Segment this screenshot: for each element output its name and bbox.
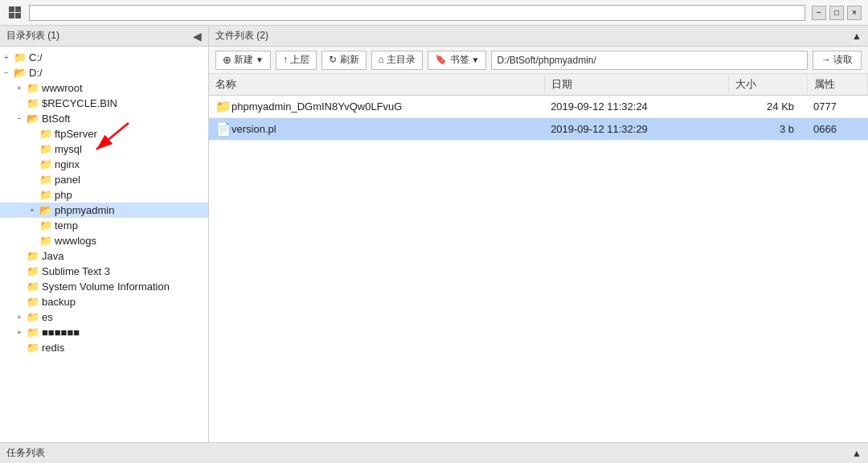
new-button[interactable]: ⊕ 新建 ▼ xyxy=(215,51,271,70)
col-name[interactable]: 名称 xyxy=(209,74,544,96)
bookmark-button[interactable]: 🔖 书签 ▼ xyxy=(428,51,486,70)
tree-item[interactable]: + 📁 wwwroot xyxy=(0,80,208,96)
file-name: version.pl xyxy=(231,123,276,135)
folder-icon: 📂 xyxy=(13,67,27,79)
tree-label: BtSoft xyxy=(42,113,70,125)
tree-item[interactable]: + 📂 phpmyadmin xyxy=(0,203,208,218)
right-panel-collapse[interactable]: ▲ xyxy=(852,31,862,42)
tree-label: mysql xyxy=(55,143,82,155)
folder-icon: 📁 xyxy=(39,219,53,232)
folder-icon: 📁 xyxy=(13,51,27,64)
tree-label: $RECYCLE.BIN xyxy=(42,97,117,109)
title-input[interactable] xyxy=(29,5,805,21)
task-bar-title-area: 任务列表 xyxy=(6,446,45,460)
tree-item[interactable]: + 📁 es xyxy=(0,309,208,325)
home-button[interactable]: ⌂ 主目录 xyxy=(371,51,424,70)
tree-item[interactable]: 📁 Java xyxy=(0,248,208,264)
tree-item[interactable]: 📁 wwwlogs xyxy=(0,233,208,248)
bookmark-dropdown-arrow: ▼ xyxy=(472,55,480,64)
folder-icon: 📁 xyxy=(26,342,40,354)
table-row[interactable]: 📄 version.pl 2019-09-12 11:32:29 3 b 066… xyxy=(209,118,868,141)
left-panel-header: 目录列表 (1) ◀ xyxy=(0,26,208,47)
tree-area[interactable]: + 📁 C:/ − 📂 D:/ + 📁 wwwroot 📁 $RECYCLE.B… xyxy=(0,47,208,442)
folder-icon: 📁 xyxy=(26,281,40,293)
tree-item[interactable]: 📁 ftpServer xyxy=(0,126,208,141)
tree-item[interactable]: 📁 temp xyxy=(0,218,208,233)
tree-label: temp xyxy=(55,219,78,232)
minimize-button[interactable]: − xyxy=(812,6,826,20)
tree-label: Java xyxy=(42,250,63,262)
tree-label: php xyxy=(55,189,72,201)
close-button[interactable]: × xyxy=(847,6,862,20)
folder-icon: 📂 xyxy=(39,204,53,216)
file-name-cell: 📁 phpmyadmin_DGmIN8YvQw0LFvuG xyxy=(209,96,544,118)
tree-label: Sublime Text 3 xyxy=(42,265,110,277)
panels-row: 目录列表 (1) ◀ + 📁 C:/ − 📂 D:/ + 📁 wwwroot 📁… xyxy=(0,26,868,442)
tree-item[interactable]: 📁 backup xyxy=(0,294,208,309)
path-input[interactable] xyxy=(491,51,807,70)
left-panel: 目录列表 (1) ◀ + 📁 C:/ − 📂 D:/ + 📁 wwwroot 📁… xyxy=(0,26,209,442)
col-size[interactable]: 大小 xyxy=(729,74,807,96)
file-date: 2019-09-12 11:32:24 xyxy=(544,96,729,118)
new-label: 新建 xyxy=(234,53,253,67)
tree-label: panel xyxy=(55,174,80,186)
folder-icon: 📁 xyxy=(26,311,40,323)
tree-expander[interactable]: + xyxy=(13,84,26,92)
tree-label: ■■■■■■ xyxy=(42,326,80,338)
col-attr[interactable]: 属性 xyxy=(807,74,867,96)
main-container: 目录列表 (1) ◀ + 📁 C:/ − 📂 D:/ + 📁 wwwroot 📁… xyxy=(0,26,868,463)
tree-item[interactable]: 📁 $RECYCLE.BIN xyxy=(0,96,208,111)
file-attr: 0666 xyxy=(807,118,867,141)
tree-item[interactable]: 📁 mysql xyxy=(0,141,208,157)
task-bar-label: 任务列表 xyxy=(6,446,45,460)
tree-item[interactable]: 📁 nginx xyxy=(0,157,208,172)
new-dropdown-arrow: ▼ xyxy=(256,55,264,64)
folder-icon: 📁 xyxy=(39,174,53,186)
task-bar-collapse[interactable]: ▲ xyxy=(852,448,862,459)
right-panel-title: 文件列表 (2) xyxy=(215,29,268,43)
file-folder-icon: 📁 xyxy=(215,99,231,114)
tree-item[interactable]: 📁 panel xyxy=(0,172,208,187)
task-bar: 任务列表 ▲ xyxy=(0,442,868,463)
tree-item[interactable]: 📁 System Volume Information xyxy=(0,279,208,294)
tree-expander[interactable]: − xyxy=(13,114,26,123)
tree-expander[interactable]: + xyxy=(26,206,39,215)
tree-label: C:/ xyxy=(29,51,43,64)
tree-label: wwwlogs xyxy=(55,235,96,247)
tree-item[interactable]: + 📁 C:/ xyxy=(0,50,208,65)
read-label: → 读取 xyxy=(821,53,853,67)
tree-expander[interactable]: + xyxy=(13,313,26,322)
file-table-area[interactable]: 名称 日期 大小 属性 📁 phpmyadmin_DGmIN8YvQw0LFvu… xyxy=(209,74,868,442)
col-date[interactable]: 日期 xyxy=(544,74,729,96)
maximize-button[interactable]: □ xyxy=(829,6,844,20)
up-label: ↑ 上层 xyxy=(283,53,309,67)
tree-expander[interactable]: + xyxy=(0,53,13,62)
folder-icon: 📁 xyxy=(26,250,40,262)
file-size: 24 Kb xyxy=(729,96,807,118)
file-size: 3 b xyxy=(729,118,807,141)
title-bar: − □ × xyxy=(0,0,868,26)
tree-item[interactable]: 📁 redis xyxy=(0,340,208,355)
app-icon xyxy=(6,5,23,21)
window-controls: − □ × xyxy=(812,6,862,20)
right-panel: 文件列表 (2) ▲ ⊕ 新建 ▼ ↑ 上层 ↻ 刷新 ⌂ 主目录 xyxy=(209,26,868,442)
tree-expander[interactable]: − xyxy=(0,68,13,77)
tree-item[interactable]: + 📁 ■■■■■■ xyxy=(0,325,208,340)
tree-label: wwwroot xyxy=(42,82,83,94)
refresh-button[interactable]: ↻ 刷新 xyxy=(321,51,366,70)
tree-item[interactable]: 📁 php xyxy=(0,187,208,203)
up-button[interactable]: ↑ 上层 xyxy=(276,51,317,70)
new-icon: ⊕ xyxy=(223,54,231,66)
tree-item[interactable]: − 📂 D:/ xyxy=(0,65,208,80)
file-table: 名称 日期 大小 属性 📁 phpmyadmin_DGmIN8YvQw0LFvu… xyxy=(209,74,868,141)
tree-label: es xyxy=(42,311,53,323)
table-row[interactable]: 📁 phpmyadmin_DGmIN8YvQw0LFvuG 2019-09-12… xyxy=(209,96,868,118)
file-name: phpmyadmin_DGmIN8YvQw0LFvuG xyxy=(231,100,402,113)
table-header-row: 名称 日期 大小 属性 xyxy=(209,74,868,96)
tree-expander[interactable]: + xyxy=(13,328,26,337)
tree-item[interactable]: − 📂 BtSoft xyxy=(0,111,208,126)
left-panel-collapse[interactable]: ◀ xyxy=(193,30,202,43)
tree-item[interactable]: 📁 Sublime Text 3 xyxy=(0,264,208,279)
read-button[interactable]: → 读取 xyxy=(813,51,862,70)
folder-icon: 📁 xyxy=(26,97,40,109)
